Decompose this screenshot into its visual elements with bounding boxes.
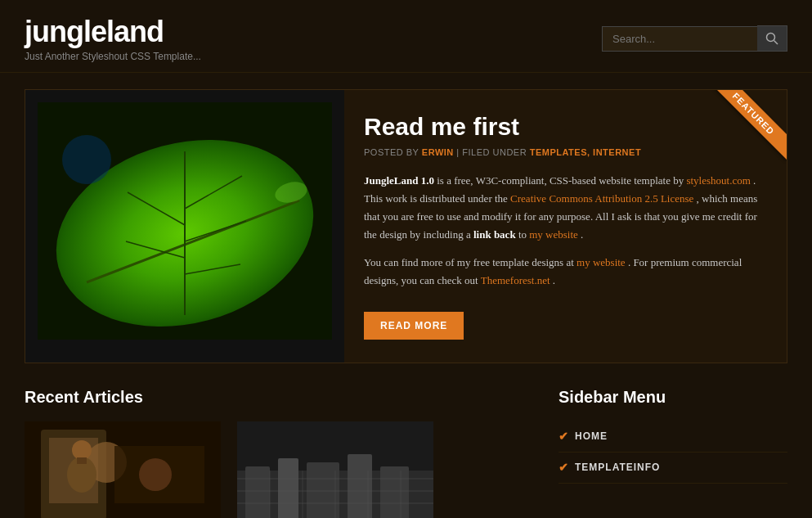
desc-text6: You can find more of my free template de… (364, 256, 576, 268)
sidebar-title: Sidebar Menu (559, 388, 787, 407)
featured-article: FEATURED Read me first POSTED BY ERWIN |… (25, 89, 787, 363)
svg-point-18 (139, 458, 172, 491)
svg-line-1 (774, 41, 778, 45)
search-input[interactable] (602, 26, 757, 52)
featured-content: FEATURED Read me first POSTED BY ERWIN |… (344, 90, 787, 363)
recent-articles: Recent Articles (25, 388, 534, 518)
featured-title: Read me first (364, 113, 764, 141)
main-wrapper: FEATURED Read me first POSTED BY ERWIN |… (0, 73, 812, 518)
search-button[interactable] (757, 25, 787, 52)
leaf-illustration (38, 102, 332, 340)
featured-image-area (25, 90, 344, 363)
desc-bold1: JungleLand 1.0 (364, 174, 434, 187)
logo-subtitle: Just Another Styleshout CSS Template... (25, 51, 201, 62)
desc-bold2: link back (473, 228, 516, 241)
desc-link-styleshout[interactable]: styleshout.com (686, 174, 750, 187)
svg-rect-28 (380, 466, 409, 518)
svg-point-20 (72, 440, 92, 460)
article-img-svg-2 (237, 421, 433, 518)
header: jungleland Just Another Styleshout CSS T… (0, 0, 812, 73)
svg-rect-21 (77, 457, 87, 464)
featured-corner-banner: FEATURED (705, 90, 787, 172)
articles-grid (25, 421, 534, 518)
sidebar-menu: ✔ HOME ✔ TEMPLATEINFO (559, 421, 787, 484)
featured-image (38, 102, 332, 340)
sidebar-label-templateinfo: TEMPLATEINFO (575, 462, 660, 473)
desc-text5: . (581, 228, 583, 241)
sidebar-check-home: ✔ (559, 430, 568, 444)
article-thumb-2 (237, 421, 433, 518)
meta-prefix: POSTED BY (364, 147, 419, 157)
sidebar-label-home: HOME (575, 430, 608, 442)
search-area (602, 25, 787, 52)
svg-rect-26 (307, 462, 339, 518)
desc-text1: is a free, W3C-compliant, CSS-based webs… (437, 174, 686, 187)
article-image-1 (25, 421, 221, 518)
svg-point-12 (62, 135, 111, 184)
logo-title: jungleland (25, 15, 201, 49)
featured-author: ERWIN (422, 147, 454, 157)
sidebar-item-home[interactable]: ✔ HOME (559, 421, 787, 453)
sidebar: Sidebar Menu ✔ HOME ✔ TEMPLATEINFO (559, 388, 787, 518)
desc-link-mysite2[interactable]: my website (576, 256, 626, 268)
meta-sep: | FILED UNDER (456, 147, 527, 157)
svg-rect-25 (278, 458, 298, 518)
desc-text4: to (518, 228, 529, 241)
svg-rect-24 (245, 466, 270, 518)
desc-link-cc[interactable]: Creative Commons Attribution 2.5 License (510, 192, 693, 205)
recent-articles-title: Recent Articles (25, 388, 534, 407)
article-img-svg-1 (25, 421, 221, 518)
article-image-2 (237, 421, 433, 518)
article-thumb-1 (25, 421, 221, 518)
featured-categories: TEMPLATES, INTERNET (530, 147, 641, 157)
sidebar-item-templateinfo[interactable]: ✔ TEMPLATEINFO (559, 453, 787, 484)
featured-meta: POSTED BY ERWIN | FILED UNDER TEMPLATES,… (364, 147, 764, 157)
read-more-button[interactable]: READ MORE (364, 312, 464, 340)
desc-link-mysite[interactable]: my website (529, 228, 578, 241)
sidebar-check-templateinfo: ✔ (559, 461, 568, 475)
featured-corner-label: FEATURED (707, 90, 787, 160)
logo-area: jungleland Just Another Styleshout CSS T… (25, 15, 201, 62)
svg-point-0 (767, 34, 775, 42)
desc-link-themeforest[interactable]: Themeforest.net (481, 274, 550, 286)
desc-text8: . (553, 274, 555, 286)
bottom-section: Recent Articles (25, 388, 787, 518)
search-icon (765, 32, 778, 45)
featured-description: JungleLand 1.0 is a free, W3C-compliant,… (364, 172, 764, 291)
